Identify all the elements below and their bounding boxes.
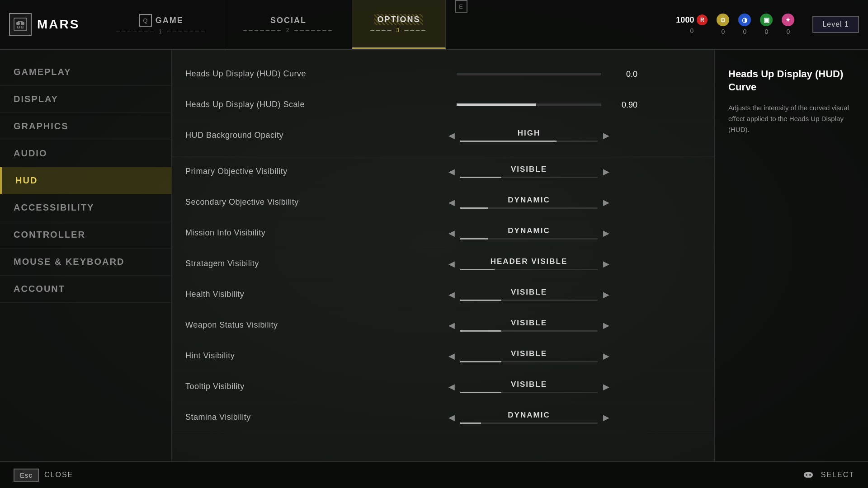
svg-rect-3 <box>804 472 813 478</box>
n-icon: ▣ <box>760 14 773 26</box>
hud-opacity-control[interactable]: ◀ HIGH ▶ <box>357 128 701 143</box>
health-next[interactable]: ▶ <box>598 287 615 302</box>
mission-info-next[interactable]: ▶ <box>598 225 615 241</box>
stratagem-control[interactable]: ◀ HEADER VISIBLE ▶ <box>357 256 701 272</box>
tab-game[interactable]: Q GAME ─────── 1 ─────── <box>98 0 225 49</box>
group-separator-1 <box>172 151 714 156</box>
sidebar-item-audio[interactable]: AUDIO <box>0 140 171 167</box>
hint-prev[interactable]: ◀ <box>443 348 460 364</box>
currency-area: 1000 R 0 ⊙ 0 ◑ 0 ▣ 0 ✦ 0 Level 1 <box>676 14 859 35</box>
info-panel: Heads Up Display (HUD) Curve Adjusts the… <box>714 50 868 461</box>
secondary-obj-bar-fill <box>460 207 488 209</box>
setting-mission-info: Mission Info Visibility ◀ DYNAMIC ▶ <box>172 218 714 249</box>
secondary-obj-next[interactable]: ▶ <box>598 195 615 210</box>
sc-icon: ◑ <box>738 14 751 26</box>
tab-options[interactable]: OPTIONS ──── 3 ──── <box>352 0 445 49</box>
medal-sub: 0 <box>722 28 725 35</box>
q-key-icon: Q <box>139 14 152 27</box>
health-bar-fill <box>460 300 501 301</box>
hud-opacity-bar-fill <box>460 141 557 142</box>
stratagem-bar-fill <box>460 269 495 270</box>
tooltip-control[interactable]: ◀ VISIBLE ▶ <box>357 379 701 394</box>
mission-info-prev[interactable]: ◀ <box>443 225 460 241</box>
tab-social-num: ─────── 2 ─────── <box>243 27 334 33</box>
footer: Esc CLOSE SELECT <box>0 461 868 488</box>
hud-opacity-prev[interactable]: ◀ <box>443 128 460 143</box>
weapon-prev[interactable]: ◀ <box>443 318 460 333</box>
sidebar-item-controller[interactable]: CONTROLLER <box>0 221 171 249</box>
primary-obj-next[interactable]: ▶ <box>598 164 615 179</box>
health-prev[interactable]: ◀ <box>443 287 460 302</box>
hint-bar <box>460 361 598 362</box>
hud-scale-value: 0.90 <box>622 100 637 109</box>
stratagem-value: HEADER VISIBLE <box>491 257 568 266</box>
nav-tabs: Q GAME ─────── 1 ─────── SOCIAL ─────── … <box>98 0 676 49</box>
health-control[interactable]: ◀ VISIBLE ▶ <box>357 287 701 302</box>
stratagem-bar <box>460 269 598 270</box>
tooltip-value: VISIBLE <box>511 380 547 389</box>
tooltip-label: Tooltip Visibility <box>185 382 357 391</box>
setting-hint: Hint Visibility ◀ VISIBLE ▶ <box>172 341 714 371</box>
hint-control[interactable]: ◀ VISIBLE ▶ <box>357 348 701 364</box>
primary-obj-prev[interactable]: ◀ <box>443 164 460 179</box>
sidebar-item-account[interactable]: ACCOUNT <box>0 276 171 303</box>
mission-info-value: DYNAMIC <box>508 226 550 235</box>
svg-point-4 <box>806 474 807 476</box>
tooltip-bar <box>460 392 598 393</box>
sidebar: GAMEPLAY DISPLAY GRAPHICS AUDIO HUD ACCE… <box>0 50 172 461</box>
close-label: CLOSE <box>44 471 73 479</box>
setting-primary-obj: Primary Objective Visibility ◀ VISIBLE ▶ <box>172 156 714 187</box>
primary-obj-control[interactable]: ◀ VISIBLE ▶ <box>357 164 701 179</box>
tooltip-bar-fill <box>460 392 501 393</box>
hud-curve-label: Heads Up Display (HUD) Curve <box>185 69 357 79</box>
primary-obj-bar-fill <box>460 177 501 178</box>
weapon-label: Weapon Status Visibility <box>185 320 357 330</box>
tab-social[interactable]: SOCIAL ─────── 2 ─────── <box>225 0 352 49</box>
tooltip-prev[interactable]: ◀ <box>443 379 460 394</box>
settings-panel: Heads Up Display (HUD) Curve 0.0 Heads U… <box>172 50 714 461</box>
stamina-prev[interactable]: ◀ <box>443 410 460 425</box>
stamina-control[interactable]: ◀ DYNAMIC ▶ <box>357 410 701 425</box>
skull-icon <box>9 13 32 36</box>
hud-scale-track <box>457 103 601 106</box>
setting-hud-opacity: HUD Background Opacity ◀ HIGH ▶ <box>172 120 714 151</box>
stamina-next[interactable]: ▶ <box>598 410 615 425</box>
mission-info-control[interactable]: ◀ DYNAMIC ▶ <box>357 225 701 241</box>
sidebar-item-gameplay[interactable]: GAMEPLAY <box>0 59 171 86</box>
medal-icon: ⊙ <box>717 14 729 26</box>
stratagem-prev[interactable]: ◀ <box>443 256 460 272</box>
weapon-control[interactable]: ◀ VISIBLE ▶ <box>357 318 701 333</box>
currency-req: 1000 R 0 <box>676 14 708 34</box>
tab-options-num: ──── 3 ──── <box>370 27 427 33</box>
secondary-obj-prev[interactable]: ◀ <box>443 195 460 210</box>
mission-info-bar <box>460 238 598 239</box>
setting-weapon: Weapon Status Visibility ◀ VISIBLE ▶ <box>172 310 714 341</box>
req-value: 1000 <box>676 15 694 25</box>
hint-next[interactable]: ▶ <box>598 348 615 364</box>
hud-opacity-label: HUD Background Opacity <box>185 131 357 140</box>
hud-curve-control[interactable]: 0.0 <box>357 73 701 75</box>
setting-health: Health Visibility ◀ VISIBLE ▶ <box>172 279 714 310</box>
primary-obj-value: VISIBLE <box>511 165 547 174</box>
currency-sc: ◑ 0 <box>738 14 751 35</box>
hud-scale-control[interactable]: 0.90 <box>357 103 701 106</box>
stratagem-label: Stratagem Visibility <box>185 259 357 268</box>
sidebar-item-mouse[interactable]: MOUSE & KEYBOARD <box>0 249 171 276</box>
health-bar <box>460 300 598 301</box>
weapon-value: VISIBLE <box>511 319 547 328</box>
tab-game-num: ─────── 1 ─────── <box>116 28 206 35</box>
tooltip-next[interactable]: ▶ <box>598 379 615 394</box>
sidebar-item-accessibility[interactable]: ACCESSIBILITY <box>0 194 171 221</box>
hud-opacity-next[interactable]: ▶ <box>598 128 615 143</box>
stratagem-next[interactable]: ▶ <box>598 256 615 272</box>
hud-scale-fill <box>457 103 536 106</box>
setting-hud-curve: Heads Up Display (HUD) Curve 0.0 <box>172 59 714 89</box>
secondary-obj-control[interactable]: ◀ DYNAMIC ▶ <box>357 195 701 210</box>
weapon-bar-fill <box>460 330 501 332</box>
currency-n: ▣ 0 <box>760 14 773 35</box>
main-content: GAMEPLAY DISPLAY GRAPHICS AUDIO HUD ACCE… <box>0 50 868 461</box>
sidebar-item-display[interactable]: DISPLAY <box>0 86 171 113</box>
sidebar-item-hud[interactable]: HUD <box>0 167 171 194</box>
weapon-next[interactable]: ▶ <box>598 318 615 333</box>
sidebar-item-graphics[interactable]: GRAPHICS <box>0 113 171 140</box>
